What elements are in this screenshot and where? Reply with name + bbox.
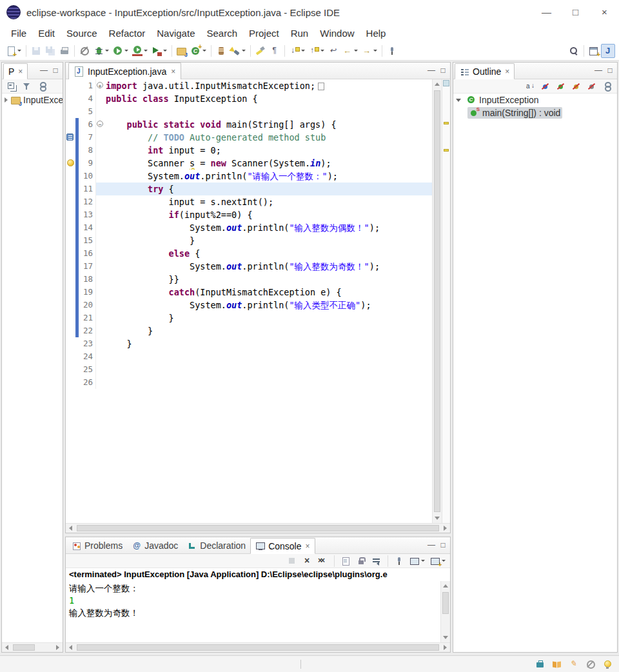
- tab-outline[interactable]: Outline ×: [455, 63, 515, 79]
- tab-javadoc[interactable]: Javadoc: [127, 537, 182, 553]
- scroll-up-icon[interactable]: [433, 79, 442, 89]
- minimize-editor-button[interactable]: —: [426, 65, 437, 77]
- menu-file[interactable]: File: [5, 26, 32, 40]
- tab-console[interactable]: Console×: [250, 538, 315, 554]
- menu-navigate[interactable]: Navigate: [151, 26, 201, 40]
- search-dialog-button[interactable]: [228, 44, 248, 58]
- code-text[interactable]: }: [104, 337, 432, 350]
- dropdown-arrow-icon[interactable]: [202, 50, 206, 52]
- editor-tab[interactable]: InputException.java ×: [68, 63, 181, 79]
- back-button[interactable]: [340, 44, 360, 58]
- code-text[interactable]: [104, 350, 432, 363]
- forward-button[interactable]: [360, 44, 379, 58]
- link-with-editor-button[interactable]: [35, 81, 50, 92]
- console-text[interactable]: 请输入一个整数：1输入整数为奇数！: [66, 581, 440, 642]
- editor-hscrollbar[interactable]: [66, 523, 450, 533]
- scroll-left-icon[interactable]: [66, 524, 75, 533]
- dropdown-arrow-icon[interactable]: [442, 560, 446, 562]
- maximize-view-button[interactable]: □: [604, 65, 616, 77]
- code-text[interactable]: System.out.println("请输入一个整数：");: [104, 170, 432, 183]
- menu-project[interactable]: Project: [243, 26, 285, 40]
- code-text[interactable]: int input = 0;: [104, 144, 432, 157]
- code-text[interactable]: [104, 105, 432, 118]
- line-number[interactable]: 19: [79, 286, 95, 299]
- outline-item[interactable]: InputException: [453, 94, 617, 106]
- code-text[interactable]: try {: [104, 183, 432, 195]
- open-console-button[interactable]: [428, 555, 447, 567]
- maximize-editor-button[interactable]: □: [437, 65, 449, 77]
- line-number[interactable]: 20: [79, 299, 95, 311]
- close-tab-icon[interactable]: ×: [505, 67, 509, 76]
- line-number[interactable]: 8: [79, 144, 95, 157]
- scroll-up-icon[interactable]: [441, 581, 450, 591]
- line-number[interactable]: 16: [79, 247, 95, 260]
- menu-search[interactable]: Search: [201, 26, 243, 40]
- line-number[interactable]: 23: [79, 337, 95, 350]
- run-button[interactable]: [111, 44, 130, 58]
- line-number[interactable]: 21: [79, 311, 95, 324]
- code-text[interactable]: import java.util.InputMismatchException;: [104, 79, 432, 92]
- maximize-window-button[interactable]: □: [561, 0, 590, 25]
- sort-button[interactable]: [523, 81, 537, 92]
- word-wrap-button[interactable]: [369, 555, 384, 567]
- overview-ruler[interactable]: [442, 79, 450, 523]
- tab-declaration[interactable]: Declaration: [182, 537, 250, 553]
- scrollbar-thumb[interactable]: [13, 644, 35, 651]
- pin-editor-button[interactable]: [385, 44, 399, 58]
- overview-header-icon[interactable]: [443, 80, 449, 86]
- debug-button[interactable]: [92, 44, 111, 58]
- outline-item[interactable]: main(String[]) : void: [453, 106, 617, 119]
- hide-non-public-members-button[interactable]: [569, 81, 584, 92]
- code-text[interactable]: }: [104, 311, 432, 324]
- filters-button[interactable]: [20, 81, 34, 92]
- scroll-left-icon[interactable]: [66, 643, 75, 653]
- task-marker-icon[interactable]: [66, 133, 74, 141]
- new-java-class-button[interactable]: [189, 44, 208, 58]
- code-text[interactable]: input = s.nextInt();: [104, 195, 432, 208]
- code-text[interactable]: }: [104, 324, 432, 337]
- java-perspective-button[interactable]: [601, 44, 615, 58]
- editor-vscrollbar[interactable]: [432, 79, 442, 523]
- console-hscrollbar[interactable]: [66, 642, 450, 652]
- collapse-all-button[interactable]: [5, 81, 19, 92]
- remove-launch-button[interactable]: [300, 555, 315, 567]
- line-number[interactable]: 9: [79, 157, 95, 170]
- lightbulb-button[interactable]: [601, 658, 614, 671]
- quick-search-button[interactable]: [567, 44, 581, 58]
- dropdown-arrow-icon[interactable]: [163, 50, 167, 52]
- line-number[interactable]: 7: [79, 131, 95, 144]
- line-number[interactable]: 5: [79, 105, 95, 118]
- tab-package-explorer[interactable]: P ×: [3, 63, 28, 79]
- scroll-down-icon[interactable]: [441, 633, 450, 642]
- code-text[interactable]: Scanner s = new Scanner(System.in);: [104, 157, 432, 170]
- close-window-button[interactable]: ×: [590, 0, 619, 25]
- hide-fields-button[interactable]: [538, 81, 553, 92]
- scroll-right-icon[interactable]: [440, 643, 450, 653]
- code-text[interactable]: public class InputException {: [104, 92, 432, 105]
- dropdown-arrow-icon[interactable]: [354, 50, 358, 52]
- line-number[interactable]: 4: [79, 92, 95, 105]
- code-text[interactable]: }}: [104, 273, 432, 286]
- code-text[interactable]: [104, 363, 432, 376]
- scroll-down-icon[interactable]: [433, 513, 442, 523]
- maximize-view-button[interactable]: □: [50, 65, 61, 77]
- new-wizard-button[interactable]: [4, 44, 23, 58]
- line-number[interactable]: 10: [79, 170, 95, 183]
- package-explorer-hscrollbar[interactable]: [2, 642, 63, 652]
- minimize-view-button[interactable]: —: [38, 65, 50, 77]
- line-number[interactable]: 18: [79, 273, 95, 286]
- tab-problems[interactable]: Problems: [67, 537, 127, 553]
- scrollbar-thumb[interactable]: [77, 525, 439, 531]
- dropdown-arrow-icon[interactable]: [105, 50, 109, 52]
- briefcase-button[interactable]: [534, 658, 547, 671]
- open-perspective-button[interactable]: [587, 44, 601, 58]
- no-entry-button[interactable]: [584, 658, 597, 671]
- maximize-view-button[interactable]: □: [437, 540, 449, 551]
- close-tab-icon[interactable]: ×: [171, 67, 175, 76]
- last-edit-location-button[interactable]: [326, 44, 340, 58]
- menu-help[interactable]: Help: [360, 26, 392, 40]
- dropdown-arrow-icon[interactable]: [17, 50, 21, 52]
- code-text[interactable]: System.out.println("输入类型不正确");: [104, 299, 432, 311]
- scroll-right-icon[interactable]: [440, 524, 450, 533]
- dropdown-arrow-icon[interactable]: [320, 50, 324, 52]
